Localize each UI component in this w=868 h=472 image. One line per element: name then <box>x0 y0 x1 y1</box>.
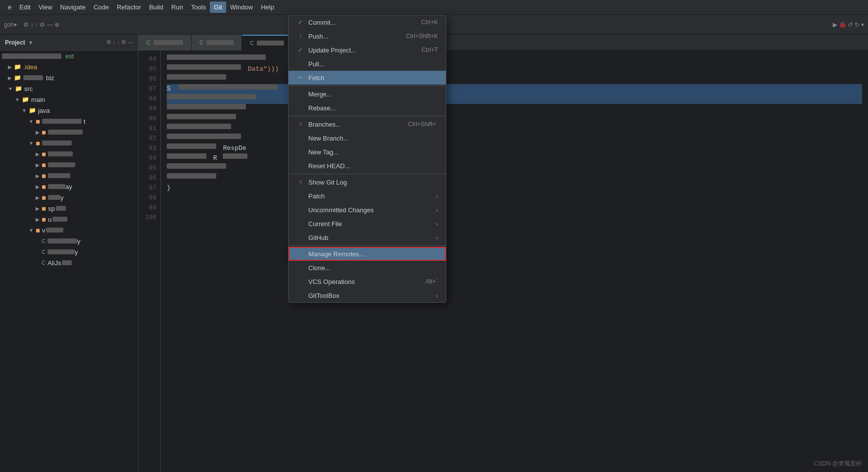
tree-item-src[interactable]: ▼ 📁 src <box>0 83 138 94</box>
git-menu-uncommitted-changes[interactable]: Uncommitted Changes › <box>289 203 446 217</box>
line87-blur <box>179 84 278 90</box>
git-menu-clone[interactable]: Clone... <box>289 261 446 275</box>
menu-item-refactor[interactable]: Refactor <box>113 1 145 13</box>
git-menu-new-tag[interactable]: New Tag... <box>289 145 446 159</box>
arrow-icon: ▶ <box>36 162 40 168</box>
gittoolbox-label: GitToolBox <box>308 292 339 299</box>
folder-icon: 📁 <box>14 74 21 81</box>
tab-1[interactable]: C <box>139 35 192 50</box>
menu-item-code[interactable]: Code <box>90 1 113 13</box>
tab-bar: C C C <box>139 35 868 50</box>
folder-icon: 📁 <box>15 85 22 92</box>
ay-label: ay <box>65 183 72 190</box>
c-blur <box>42 119 82 124</box>
sp-label: sp <box>48 205 55 212</box>
patch-label: Patch <box>308 192 325 200</box>
branches-label: Branches... <box>308 121 341 128</box>
fetch-label: Fetch <box>308 74 325 82</box>
git-menu-reset-head[interactable]: Reset HEAD... <box>289 159 446 173</box>
tree-item-u[interactable]: ▶ ◼ u <box>0 214 138 225</box>
code-line-96 <box>167 173 862 183</box>
menu-item-window[interactable]: Window <box>226 1 257 13</box>
arrow-icon: ▼ <box>29 119 34 124</box>
arrow-icon: ▼ <box>15 97 20 102</box>
tree-item-b1[interactable]: ▶ ◼ <box>0 127 138 138</box>
v-label: v <box>42 227 46 234</box>
git-menu-update-project[interactable]: ✓ Update Project... Ctrl+T <box>289 43 446 57</box>
tree-item-root[interactable]: est <box>0 50 138 61</box>
git-menu-vcs-operations[interactable]: VCS Operations Alt+` <box>289 275 446 288</box>
tab-2[interactable]: C <box>192 35 242 50</box>
tree-item-alijs[interactable]: C AliJs <box>0 257 138 268</box>
tree-item-b4[interactable]: ▶ ◼ <box>0 159 138 170</box>
line90-blur <box>167 114 236 119</box>
git-menu-gittoolbox[interactable]: GitToolBox › <box>289 288 446 302</box>
tree-item-ly[interactable]: ▶ ◼ y <box>0 192 138 203</box>
git-menu-push[interactable]: ↑ Push... Ctrl+Shift+K <box>289 29 446 43</box>
vcs-label: VCS Operations <box>308 278 355 285</box>
biz-label: biz <box>46 74 54 82</box>
line95-blur <box>167 163 226 169</box>
menu-item-view[interactable]: View <box>35 1 56 13</box>
tree-item-java[interactable]: ▼ 📁 java <box>0 105 138 116</box>
editor-area: C C C 84 85 86 87 88 89 90 91 <box>139 35 868 472</box>
tab2-label <box>206 40 234 45</box>
line87-s: S <box>167 85 171 93</box>
b5-blur <box>48 173 70 178</box>
root-file-blur <box>2 53 61 59</box>
tab3-label <box>257 41 284 46</box>
arrow-icon: ▶ <box>8 64 12 70</box>
git-menu-commit[interactable]: ✓ Commit... Ctrl+K <box>289 15 446 29</box>
tree-item-idea[interactable]: ▶ 📁 .idea <box>0 61 138 72</box>
update-shortcut: Ctrl+T <box>422 47 438 53</box>
menu-item-edit[interactable]: Edit <box>15 1 34 13</box>
menu-bar: e Edit View Navigate Code Refactor Build… <box>0 0 868 15</box>
git-menu-merge[interactable]: Merge... <box>289 87 446 101</box>
sp-blur <box>56 206 66 211</box>
git-log-icon: ⑂ <box>296 179 304 186</box>
tab3-icon: C <box>250 40 254 46</box>
tab-3[interactable]: C <box>242 35 292 50</box>
arrow-icon: ▶ <box>36 130 40 135</box>
current-file-label: Current File <box>308 220 342 228</box>
tree-item-main[interactable]: ▼ 📁 main <box>0 94 138 105</box>
tree-item-ban[interactable]: ▶ 📁 biz <box>0 72 138 83</box>
tree-item-cy2[interactable]: C y <box>0 246 138 257</box>
git-menu-fetch[interactable]: ✏ Fetch <box>289 71 446 85</box>
tree-item-b5[interactable]: ▶ ◼ <box>0 170 138 181</box>
git-menu-pull[interactable]: Pull... <box>289 57 446 71</box>
update-label: Update Project... <box>308 47 356 54</box>
git-menu-rebase[interactable]: Rebase... <box>289 101 446 115</box>
git-menu-patch[interactable]: Patch › <box>289 189 446 203</box>
git-menu-branches[interactable]: ⑂ Branches... Ctrl+Shift+` <box>289 117 446 131</box>
code-line-100 <box>167 213 862 223</box>
line93-blur <box>167 143 216 149</box>
menu-item-git[interactable]: Git <box>210 1 226 13</box>
new-tag-label: New Tag... <box>308 148 338 156</box>
menu-item-e[interactable]: e <box>4 1 15 13</box>
menu-item-build[interactable]: Build <box>145 1 167 13</box>
git-menu-current-file[interactable]: Current File › <box>289 217 446 231</box>
tree-item-sp[interactable]: ▶ ◼ sp <box>0 203 138 214</box>
sidebar-dropdown-icon[interactable]: ▼ <box>28 40 34 46</box>
menu-item-run[interactable]: Run <box>167 1 187 13</box>
package-icon: ◼ <box>42 151 46 157</box>
tree-item-bay[interactable]: ▶ ◼ ay <box>0 181 138 192</box>
git-menu-new-branch[interactable]: New Branch... <box>289 131 446 145</box>
alijs-blur <box>62 260 72 265</box>
tree-item-v[interactable]: ▼ ◼ v <box>0 225 138 236</box>
git-menu-show-git-log[interactable]: ⑂ Show Git Log <box>289 175 446 189</box>
menu-item-tools[interactable]: Tools <box>187 1 210 13</box>
code-line-94: R <box>167 153 862 163</box>
git-menu-manage-remotes[interactable]: Manage Remotes... <box>289 247 446 261</box>
tree-item-c[interactable]: ▼ ◼ t <box>0 116 138 127</box>
code-line-97: } <box>167 183 862 193</box>
git-menu-github[interactable]: GitHub › <box>289 231 446 244</box>
code-line-84 <box>167 54 862 64</box>
menu-item-navigate[interactable]: Navigate <box>56 1 90 13</box>
menu-item-help[interactable]: Help <box>257 1 278 13</box>
tree-item-b2[interactable]: ▼ ◼ <box>0 138 138 148</box>
folder-icon: 📁 <box>14 63 21 70</box>
tree-item-b3[interactable]: ▶ ◼ <box>0 148 138 159</box>
tree-item-cy1[interactable]: C y <box>0 236 138 246</box>
